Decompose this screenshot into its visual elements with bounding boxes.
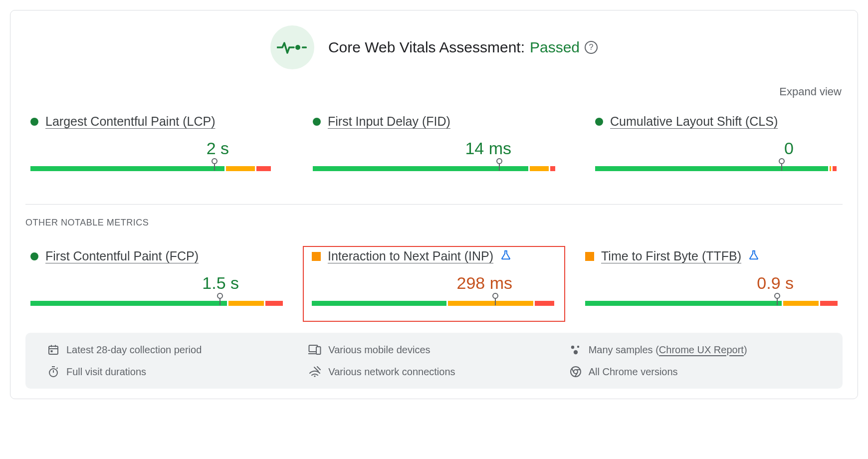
other-metrics-row: First Contentful Paint (FCP)1.5 sInterac… — [25, 246, 843, 322]
metric-value-lcp: 2 s — [30, 139, 273, 158]
status-good-dot — [30, 118, 38, 126]
svg-line-19 — [317, 367, 320, 370]
metric-value-inp: 298 ms — [312, 273, 556, 293]
metric-name-link-lcp[interactable]: Largest Contentful Paint (LCP) — [45, 114, 215, 129]
metric-lcp: Largest Contentful Paint (LCP)2 s — [25, 111, 278, 181]
svg-point-17 — [314, 375, 316, 377]
assessment-title-prefix: Core Web Vitals Assessment: — [328, 39, 525, 56]
metric-header-fcp: First Contentful Paint (FCP) — [30, 249, 283, 263]
footer-network: Various network connections — [308, 366, 559, 378]
crux-report-link[interactable]: Chrome UX Report — [659, 344, 744, 355]
footer-visit-durations-text: Full visit durations — [66, 366, 146, 378]
metric-fcp: First Contentful Paint (FCP)1.5 s — [25, 246, 288, 322]
percentile-marker — [779, 158, 785, 171]
svg-point-11 — [577, 346, 579, 348]
svg-rect-9 — [316, 347, 321, 354]
network-icon — [308, 366, 321, 377]
assessment-title: Core Web Vitals Assessment: Passed ? — [328, 39, 598, 56]
metric-value-cls: 0 — [595, 139, 838, 158]
distribution-bar-inp — [312, 294, 556, 306]
percentile-marker — [212, 158, 217, 171]
cwv-assessment-card: Core Web Vitals Assessment: Passed ? Exp… — [10, 10, 858, 399]
metric-header-cls: Cumulative Layout Shift (CLS) — [595, 114, 838, 129]
footer-samples: Many samples (Chrome UX Report) — [570, 344, 821, 356]
svg-rect-2 — [49, 346, 58, 354]
svg-rect-6 — [51, 350, 53, 352]
metric-name-link-inp[interactable]: Interaction to Next Paint (INP) — [328, 249, 493, 263]
distribution-bar-fid — [313, 159, 555, 171]
metric-value-fid: 14 ms — [313, 139, 555, 158]
status-avg-square — [585, 252, 594, 261]
footer-chrome-versions-text: All Chrome versions — [589, 366, 678, 378]
distribution-bar-ttfb — [585, 294, 838, 306]
metric-header-inp: Interaction to Next Paint (INP) — [312, 249, 556, 263]
core-metrics-row: Largest Contentful Paint (LCP)2 sFirst I… — [25, 111, 843, 181]
section-divider — [25, 204, 843, 205]
status-good-dot — [313, 118, 321, 126]
scatter-icon — [570, 344, 582, 355]
metric-header-fid: First Input Delay (FID) — [313, 114, 555, 129]
metric-fid: First Input Delay (FID)14 ms — [308, 111, 560, 181]
footer-collection-period-text: Latest 28-day collection period — [66, 344, 202, 356]
svg-point-10 — [571, 346, 574, 349]
pulse-icon — [277, 40, 308, 55]
calendar-icon — [47, 344, 59, 356]
help-icon[interactable]: ? — [585, 41, 598, 54]
metric-cls: Cumulative Layout Shift (CLS)0 — [590, 111, 843, 181]
experimental-flask-icon[interactable] — [500, 249, 511, 263]
chrome-icon — [570, 366, 582, 378]
stopwatch-icon — [47, 366, 59, 378]
status-good-dot — [30, 252, 38, 260]
footer-visit-durations: Full visit durations — [47, 366, 298, 378]
metric-name-link-fcp[interactable]: First Contentful Paint (FCP) — [45, 249, 199, 263]
metric-header-lcp: Largest Contentful Paint (LCP) — [30, 114, 273, 129]
percentile-marker — [774, 293, 780, 305]
svg-line-16 — [57, 368, 58, 369]
status-avg-square — [312, 252, 321, 261]
other-metrics-heading: OTHER NOTABLE METRICS — [25, 218, 843, 228]
footer-samples-text: Many samples (Chrome UX Report) — [589, 344, 747, 356]
percentile-marker — [492, 293, 498, 305]
metric-ttfb: Time to First Byte (TTFB)0.9 s — [580, 246, 843, 322]
svg-point-12 — [573, 350, 577, 354]
footer-mobile-devices: Various mobile devices — [308, 344, 559, 356]
footer-chrome-versions: All Chrome versions — [570, 366, 821, 378]
expand-view-link[interactable]: Expand view — [779, 85, 842, 98]
experimental-flask-icon[interactable] — [748, 249, 759, 263]
percentile-marker — [217, 293, 223, 305]
assessment-status: Passed — [530, 39, 580, 56]
footer-collection-period: Latest 28-day collection period — [47, 344, 298, 356]
footer-mobile-devices-text: Various mobile devices — [328, 344, 430, 356]
footer-network-text: Various network connections — [328, 366, 455, 378]
distribution-bar-cls — [595, 159, 838, 171]
pulse-badge — [270, 25, 314, 69]
metric-value-ttfb: 0.9 s — [585, 273, 838, 293]
metric-name-link-cls[interactable]: Cumulative Layout Shift (CLS) — [610, 114, 778, 129]
footer-info-box: Latest 28-day collection period Various … — [25, 333, 843, 389]
percentile-marker — [496, 158, 502, 171]
metric-value-fcp: 1.5 s — [30, 273, 283, 293]
metric-header-ttfb: Time to First Byte (TTFB) — [585, 249, 838, 263]
distribution-bar-fcp — [30, 294, 283, 306]
assessment-header: Core Web Vitals Assessment: Passed ? — [25, 25, 843, 69]
svg-rect-1 — [302, 46, 307, 48]
svg-point-0 — [295, 45, 300, 50]
metric-name-link-ttfb[interactable]: Time to First Byte (TTFB) — [601, 249, 741, 263]
metric-name-link-fid[interactable]: First Input Delay (FID) — [328, 114, 450, 129]
metric-inp: Interaction to Next Paint (INP)298 ms — [303, 246, 565, 322]
devices-icon — [308, 344, 321, 355]
distribution-bar-lcp — [30, 159, 273, 171]
status-good-dot — [595, 118, 603, 126]
